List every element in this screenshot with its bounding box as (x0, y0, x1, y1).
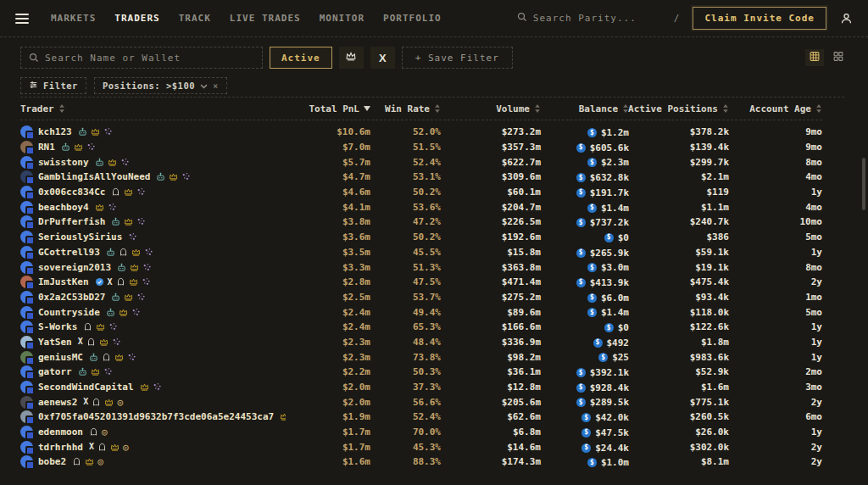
trader-cell[interactable]: beachboy4 (20, 201, 286, 214)
robot-icon (95, 158, 104, 167)
nav-item-portfolio[interactable]: PORTFOLIO (383, 13, 442, 24)
trader-cell[interactable]: sovereign2013 (20, 261, 286, 274)
avatar (20, 215, 33, 228)
nav-item-markets[interactable]: MARKETS (51, 13, 96, 24)
trader-cell[interactable]: S-Works (20, 321, 286, 333)
table-row[interactable]: YatSen X $2.3m 48.4% $336.9m $$492 $1.8m… (20, 335, 822, 350)
menu-icon[interactable] (15, 14, 29, 24)
trader-search[interactable] (20, 47, 263, 69)
table-row[interactable]: tdrhrhhd X◎ $1.7m 45.3% $14.6m $$24.4k $… (20, 439, 822, 454)
column-header-volume[interactable]: Volume (441, 103, 541, 114)
column-header-trader[interactable]: Trader (20, 103, 286, 114)
trader-cell[interactable]: gatorr (20, 365, 286, 378)
nav-item-live-trades[interactable]: LIVE TRADES (230, 13, 301, 24)
table-row[interactable]: aenews2 X◎ $2.0m 56.6% $205.6m $$289.5k … (20, 394, 822, 410)
save-filter-button[interactable]: + Save Filter (402, 47, 513, 69)
account-age-value: 1y (729, 247, 822, 258)
trader-cell[interactable]: tdrhrhhd X◎ (20, 441, 286, 454)
trader-cell[interactable]: YatSen X (20, 336, 286, 348)
balance-value: $$0 (541, 321, 629, 334)
column-header-total-pnl[interactable]: Total PnL (286, 103, 370, 114)
total-pnl-value: $2.8m (286, 276, 370, 287)
crown-filter-button[interactable] (339, 47, 364, 69)
table-row[interactable]: SeriouslySirius $3.6m 50.2% $192.6m $$0 … (20, 230, 822, 245)
table-row[interactable]: ImJustKen X $2.8m 47.5% $471.4m $$413.9k… (20, 275, 822, 290)
claim-invite-button[interactable]: Claim Invite Code (693, 7, 826, 30)
column-header-account-age[interactable]: Account Age (729, 103, 822, 114)
trader-name: Countryside (38, 307, 100, 318)
total-pnl-value: $2.4m (286, 321, 370, 332)
scrollbar-thumb[interactable] (862, 158, 865, 210)
trader-cell[interactable]: 0xf705fa045201391d9632b7f3cde06a5e24453c… (20, 410, 286, 423)
grid-view-button[interactable] (829, 49, 848, 66)
usdc-coin-icon: $ (587, 158, 597, 167)
trader-cell[interactable]: 0x2a2C53bD27 (20, 291, 286, 304)
table-row[interactable]: sovereign2013 $3.3m 51.3% $363.8m $$3.0m… (20, 259, 822, 275)
disc-icon: ◎ (102, 427, 108, 437)
trader-cell[interactable]: edenmoon ◎ (20, 426, 286, 438)
x-filter-button[interactable]: X (370, 47, 395, 69)
trader-cell[interactable]: ImJustKen X (20, 276, 286, 288)
balance-value: $$413.9k (541, 276, 629, 288)
trader-cell[interactable]: kch123 (20, 125, 286, 138)
trader-cell[interactable]: Countryside (20, 306, 286, 319)
chevron-down-icon[interactable] (200, 81, 208, 91)
global-search-placeholder: Search Parity... (533, 13, 637, 24)
trader-cell[interactable]: bobe2 ◎ (20, 455, 286, 468)
user-icon[interactable] (840, 12, 853, 25)
table-row[interactable]: edenmoon ◎ $1.7m 70.0% $6.8m $$47.5k $26… (20, 425, 822, 440)
column-header-win-rate[interactable]: Win Rate (370, 103, 441, 114)
usdc-coin-icon: $ (576, 398, 586, 407)
table-row[interactable]: kch123 $10.6m 52.0% $273.2m $$1.2m $378.… (20, 125, 822, 140)
table-row[interactable]: gatorr $2.2m 50.3% $36.1m $$392.1k $52.9… (20, 365, 822, 380)
trader-cell[interactable]: RN1 (20, 141, 286, 153)
trader-cell[interactable]: DrPufferfish (20, 215, 286, 228)
volume-value: $62.6m (441, 411, 541, 422)
nav-item-track[interactable]: TRACK (179, 13, 211, 24)
trader-badges (78, 127, 113, 137)
active-filter-button[interactable]: Active (270, 47, 332, 69)
remove-filter-icon[interactable]: × (213, 81, 219, 91)
trader-cell[interactable]: 0x006cc834Cc (20, 186, 286, 198)
usdc-coin-icon: $ (576, 188, 586, 198)
table-row[interactable]: 0x2a2C53bD27 $2.5m 53.7% $275.2m $$6.0m … (20, 290, 822, 305)
nav-item-traders[interactable]: TRADERS (114, 13, 159, 24)
table-row[interactable]: GamblingIsAllYouNeed $4.7m 53.1% $309.6m… (20, 170, 822, 185)
table-view-button[interactable] (805, 49, 824, 66)
positions-filter-chip[interactable]: Positions: >$100 × (94, 77, 227, 94)
table-row[interactable]: SecondWindCapital $2.0m 37.3% $12.8m $$9… (20, 380, 822, 395)
trader-cell[interactable]: SeriouslySirius (20, 231, 286, 243)
table-row[interactable]: GCottrell93 $3.5m 45.5% $15.8m $$265.9k … (20, 245, 822, 260)
trader-cell[interactable]: swisstony (20, 156, 286, 169)
trader-search-input[interactable] (45, 53, 254, 64)
sparkle-icon (86, 142, 96, 152)
sort-desc-icon (364, 105, 370, 112)
nav-item-monitor[interactable]: MONITOR (320, 13, 364, 24)
filterbar: Filter Positions: >$100 × (20, 77, 848, 94)
column-label: Balance (579, 103, 618, 114)
trader-cell[interactable]: SecondWindCapital (20, 381, 286, 393)
table-row[interactable]: geniusMC $2.3m 73.8% $98.2m $$25 $983.6k… (20, 349, 822, 365)
table-row[interactable]: beachboy4 $4.1m 53.6% $204.7m $$1.4m $1.… (20, 199, 822, 215)
table-row[interactable]: DrPufferfish $3.8m 47.2% $226.5m $$737.2… (20, 215, 822, 230)
trader-cell[interactable]: GCottrell93 (20, 246, 286, 259)
disc-icon: ◎ (117, 398, 123, 407)
usdc-coin-icon: $ (593, 338, 603, 348)
table-row[interactable]: Countryside $2.4m 49.4% $89.6m $$1.4m $1… (20, 304, 822, 320)
table-row[interactable]: 0x006cc834Cc $4.6m 50.2% $60.1m $$191.7k… (20, 185, 822, 200)
crown-icon (108, 158, 117, 167)
trader-cell[interactable]: aenews2 X◎ (20, 396, 286, 409)
table-row[interactable]: 0xf705fa045201391d9632b7f3cde06a5e24453c… (20, 410, 822, 425)
trader-cell[interactable]: geniusMC (20, 351, 286, 364)
column-header-balance[interactable]: Balance (541, 103, 629, 114)
column-header-active-positions[interactable]: Active Positions (629, 103, 729, 114)
table-row[interactable]: bobe2 ◎ $1.6m 88.3% $174.3m $$1.0m $8.1m… (20, 454, 822, 470)
filter-chip[interactable]: Filter (20, 77, 86, 94)
table-row[interactable]: RN1 $7.0m 51.5% $357.3m $$605.6k $139.4k… (20, 140, 822, 155)
trader-cell[interactable]: GamblingIsAllYouNeed (20, 170, 286, 183)
table-row[interactable]: swisstony $5.7m 52.4% $622.7m $$2.3m $29… (20, 154, 822, 170)
sparkle-icon (142, 277, 151, 287)
global-search[interactable]: Search Parity... (517, 12, 637, 25)
table-row[interactable]: S-Works $2.4m 65.3% $166.6m $$0 $122.6k … (20, 320, 822, 335)
total-pnl-value: $3.5m (286, 247, 370, 258)
